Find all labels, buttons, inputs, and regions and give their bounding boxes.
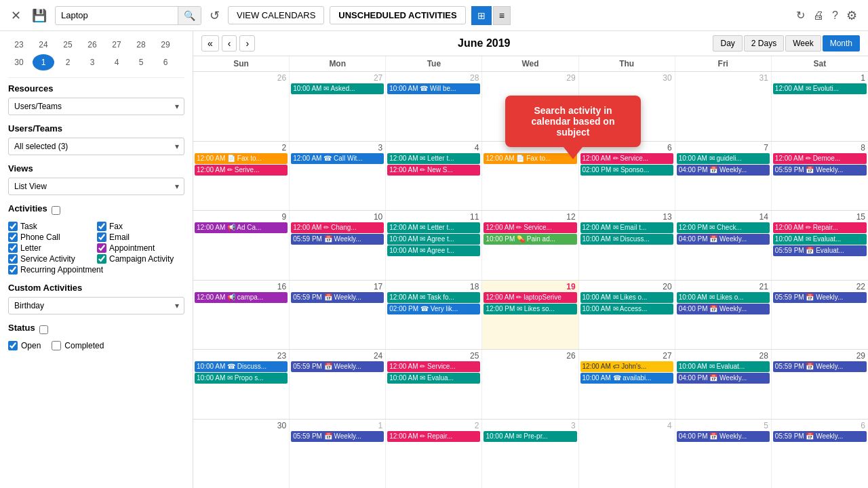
status-all-checkbox[interactable] [39,325,48,334]
calendar-event[interactable]: 05:59 PM 📅 Weekly... [291,361,384,372]
calendar-event[interactable]: 12:00 AM 📄 Fax to... [195,153,288,164]
appointment-checkbox[interactable] [97,243,106,253]
cal-cell[interactable]: 2712:00 AM 🏷 John's...10:00 AM ☎ availab… [579,350,675,419]
cal-cell[interactable]: 710:00 AM ✉ guideli...04:00 PM 📅 Weekly.… [675,142,772,211]
activities-all-checkbox[interactable] [52,206,60,215]
week-day[interactable]: 27 [106,37,127,53]
week-day[interactable]: 3 [81,54,103,70]
calendar-event[interactable]: 10:00 AM ✉ Discuss... [580,234,673,245]
cal-cell[interactable]: 112:00 AM ✉ Evoluti... [772,72,868,141]
week-day[interactable]: 2 [57,54,79,70]
users-teams-select[interactable]: All selected (3) [8,138,184,155]
cal-cell[interactable]: 2810:00 AM ✉ Evaluat...04:00 PM 📅 Weekly… [675,350,772,419]
grid-view-button[interactable]: ⊞ [471,6,492,25]
search-button[interactable]: 🔍 [178,7,201,24]
calendar-event[interactable]: 10:00 AM ✉ Access... [580,304,673,314]
fax-checkbox[interactable] [97,222,106,231]
week-day[interactable]: 5 [130,54,152,70]
calendar-event[interactable]: 12:00 AM ✏ Repair... [387,431,480,442]
calendar-event[interactable]: 10:00 AM ✉ guideli... [677,153,770,164]
calendar-event[interactable]: 12:00 AM ✏ Service... [387,361,480,372]
campaign-checkbox[interactable] [97,254,106,264]
print-button[interactable]: 🖨 [810,7,827,24]
calendar-event[interactable]: 12:00 AM ✉ Email t... [580,222,673,233]
cal-cell[interactable]: 2010:00 AM ✉ Likes o...10:00 AM ✉ Access… [579,281,675,350]
prev-button[interactable]: ‹ [222,35,237,52]
cal-cell[interactable]: 2710:00 AM ✉ Asked... [290,72,386,141]
calendar-event[interactable]: 10:00 AM ☎ Discuss... [195,361,288,372]
two-days-view-button[interactable]: 2 Days [744,35,784,52]
cal-cell[interactable]: 105:59 PM 📅 Weekly... [290,420,386,489]
calendar-event[interactable]: 12:00 AM 📢 campa... [195,292,288,303]
calendar-event[interactable]: 10:00 PM 💊 Pain ad... [484,234,576,245]
custom-activities-select[interactable]: Birthday [8,297,184,314]
view-calendars-button[interactable]: VIEW CALENDARS [228,6,324,24]
cal-cell[interactable]: 212:00 AM 📄 Fax to...12:00 AM ✏ Serive..… [193,142,290,211]
calendar-event[interactable]: 12:00 AM ✏ Repair... [773,222,867,233]
calendar-event[interactable]: 05:59 PM 📅 Weekly... [773,292,867,303]
week-day[interactable]: 30 [8,54,30,70]
calendar-event[interactable]: 10:00 AM ✉ Evaluat... [677,361,770,372]
calendar-event[interactable]: 12:00 AM ✏ Service... [580,153,673,164]
week-day[interactable]: 23 [8,37,30,53]
calendar-event[interactable]: 05:59 PM 📅 Weekly... [291,292,384,303]
cal-cell[interactable]: 1812:00 AM ✉ Task fo...02:00 PM ☎ Very l… [386,281,482,350]
cal-cell[interactable]: 1512:00 AM ✏ Repair...10:00 AM ✉ Evaluat… [772,211,868,280]
cal-cell[interactable]: 812:00 AM ✏ Demoe...05:59 PM 📅 Weekly... [772,142,868,211]
calendar-event[interactable]: 12:00 PM ✉ Likes so... [484,304,576,314]
calendar-event[interactable]: 04:00 PM 📅 Weekly... [677,431,770,442]
calendar-event[interactable]: 05:59 PM 📅 Weekly... [773,431,867,442]
cal-cell[interactable]: 312:00 AM ☎ Call Wit... [290,142,386,211]
calendar-event[interactable]: 10:00 AM ✉ Agree t... [387,234,480,245]
calendar-event[interactable]: 12:00 PM ✉ Check... [677,222,770,233]
cal-cell[interactable]: 1012:00 AM ✏ Chang...05:59 PM 📅 Weekly..… [290,211,386,280]
completed-status-label[interactable]: Completed [52,341,104,350]
calendar-event[interactable]: 12:00 AM ☎ Call Wit... [291,153,384,164]
cal-cell[interactable]: 1212:00 AM ✏ Service...10:00 PM 💊 Pain a… [482,211,578,280]
calendar-event[interactable]: 04:00 PM 📅 Weekly... [677,165,770,176]
cal-cell[interactable]: 31 [675,72,772,141]
letter-checkbox[interactable] [8,243,18,253]
views-select[interactable]: List View [8,178,184,195]
unscheduled-activities-button[interactable]: UNSCHEDULED ACTIVITIES [330,6,465,24]
week-day[interactable]: 29 [155,37,176,53]
cal-cell[interactable]: 2405:59 PM 📅 Weekly... [290,350,386,419]
cal-cell[interactable]: 26 [193,72,290,141]
calendar-event[interactable]: 10:00 AM ✉ Likes o... [580,292,673,303]
week-day[interactable]: 25 [57,37,79,53]
calendar-event[interactable]: 04:00 PM 📅 Weekly... [677,373,770,384]
recurring-checkbox[interactable] [8,265,18,274]
cal-cell[interactable]: 310:00 AM ✉ Pre-pr... [482,420,578,489]
week-day[interactable]: 4 [106,54,127,70]
calendar-event[interactable]: 05:59 PM 📅 Weekly... [773,361,867,372]
cal-cell[interactable]: 412:00 AM ✉ Letter t...12:00 AM ✏ New S.… [386,142,482,211]
calendar-event[interactable]: 12:00 AM ✏ Demoe... [773,153,867,164]
phone-checkbox[interactable] [8,232,18,242]
week-day[interactable]: 26 [81,37,103,53]
calendar-event[interactable]: 12:00 AM ✏ New S... [387,165,480,176]
calendar-event[interactable]: 12:00 AM ✏ Serive... [195,165,288,176]
save-button[interactable]: 💾 [29,5,50,26]
calendar-event[interactable]: 10:00 AM ✉ Asked... [291,83,384,94]
week-day[interactable]: 28 [130,37,152,53]
calendar-event[interactable]: 12:00 AM ✉ Letter t... [387,222,480,233]
week-view-button[interactable]: Week [785,35,821,52]
calendar-event[interactable]: 12:00 AM ✏ laptopSerive [484,292,576,303]
cal-cell[interactable]: 1412:00 PM ✉ Check...04:00 PM 📅 Weekly..… [675,211,772,280]
cal-cell[interactable]: 2110:00 AM ✉ Likes o...04:00 PM 📅 Weekly… [675,281,772,350]
cal-cell[interactable]: 1112:00 AM ✉ Letter t...10:00 AM ✉ Agree… [386,211,482,280]
calendar-event[interactable]: 12:00 AM 🏷 John's... [580,361,673,372]
reset-button[interactable]: ↺ [207,5,222,26]
calendar-event[interactable]: 02:00 PM ☎ Very lik... [387,304,480,314]
cal-cell[interactable]: 4 [579,420,675,489]
calendar-event[interactable]: 02:00 PM ✉ Sponso... [580,165,673,176]
calendar-event[interactable]: 05:59 PM 📅 Weekly... [291,234,384,245]
day-view-button[interactable]: Day [713,35,742,52]
cal-cell[interactable]: 504:00 PM 📅 Weekly... [675,420,772,489]
cal-cell[interactable]: 1312:00 AM ✉ Email t...10:00 AM ✉ Discus… [579,211,675,280]
list-view-button[interactable]: ≡ [493,6,511,25]
cal-cell[interactable]: 212:00 AM ✏ Repair... [386,420,482,489]
email-checkbox[interactable] [97,232,106,242]
cal-cell[interactable]: 2205:59 PM 📅 Weekly... [772,281,868,350]
cal-cell[interactable]: 612:00 AM ✏ Service...02:00 PM ✉ Sponso.… [579,142,675,211]
